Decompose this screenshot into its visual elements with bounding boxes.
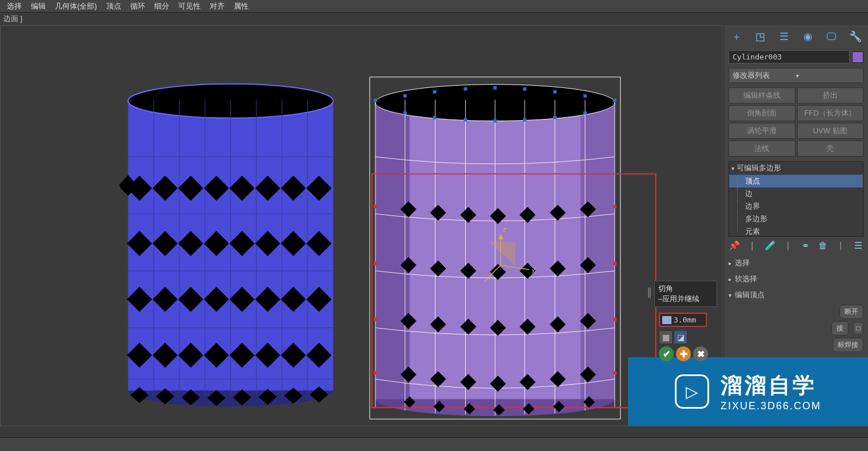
subobj-element[interactable]: 元素 bbox=[729, 225, 863, 238]
svg-rect-42 bbox=[403, 111, 407, 115]
svg-rect-51 bbox=[374, 318, 377, 321]
link-icon[interactable]: ⚭ bbox=[800, 240, 811, 251]
mod-btn-uvw[interactable]: UVW 贴图 bbox=[797, 123, 864, 139]
create-tab-icon[interactable]: ＋ bbox=[730, 30, 743, 43]
mod-btn-extrude[interactable]: 挤出 bbox=[797, 87, 864, 103]
menu-edit[interactable]: 编辑 bbox=[26, 0, 50, 13]
hierarchy-tab-icon[interactable]: ☰ bbox=[777, 30, 791, 43]
svg-rect-54 bbox=[613, 262, 617, 265]
modify-tab-icon[interactable]: ◳ bbox=[754, 30, 767, 43]
display-tab-icon[interactable]: 🖵 bbox=[825, 30, 838, 43]
watermark-url: ZIXUE.3D66.COM bbox=[721, 400, 821, 412]
test-tube-icon[interactable]: 🧪 bbox=[765, 240, 776, 251]
menu-select[interactable]: 选择 bbox=[2, 0, 26, 13]
menu-properties[interactable]: 属性 bbox=[229, 0, 253, 13]
chamfer-amount-input[interactable]: 3.0mm bbox=[659, 313, 707, 327]
svg-rect-44 bbox=[464, 118, 467, 122]
svg-rect-20 bbox=[581, 100, 615, 408]
chamfer-caddy[interactable]: ‖ 切角 –应用并继续 3.0mm ▦ ◪ ✔ ✚ ✖ bbox=[654, 281, 717, 361]
svg-rect-33 bbox=[374, 99, 377, 102]
weld-settings-button[interactable]: □ bbox=[853, 322, 863, 334]
confirm-button[interactable]: ✔ bbox=[659, 346, 674, 361]
svg-rect-34 bbox=[403, 94, 407, 98]
menu-visibility[interactable]: 可见性 bbox=[174, 0, 205, 13]
object-name-input[interactable] bbox=[729, 50, 850, 63]
mod-btn-shell[interactable]: 壳 bbox=[797, 141, 864, 157]
svg-rect-56 bbox=[613, 371, 617, 374]
svg-rect-40 bbox=[583, 94, 587, 98]
subobj-border[interactable]: 边界 bbox=[729, 200, 863, 213]
rollout-edit-vertex[interactable]: ▾编辑顶点 bbox=[724, 288, 868, 302]
menu-align[interactable]: 对齐 bbox=[205, 0, 229, 13]
subobj-vertex[interactable]: 顶点 bbox=[729, 175, 863, 187]
svg-text:z: z bbox=[503, 226, 506, 234]
option-grid-icon[interactable]: ▦ bbox=[659, 330, 673, 344]
svg-rect-41 bbox=[613, 99, 617, 102]
mod-btn-bevelprofile[interactable]: 倒角剖面 bbox=[729, 105, 795, 121]
top-menubar: 选择 编辑 几何体(全部) 顶点 循环 细分 可见性 对齐 属性 bbox=[0, 0, 868, 13]
menu-loop[interactable]: 循环 bbox=[126, 0, 150, 13]
svg-rect-49 bbox=[374, 205, 377, 208]
stack-collapse-icon[interactable]: ▾ bbox=[731, 165, 734, 171]
svg-rect-50 bbox=[374, 262, 377, 265]
svg-rect-43 bbox=[433, 116, 437, 119]
break-button[interactable]: 断开 bbox=[839, 305, 863, 319]
subobj-polygon[interactable]: 多边形 bbox=[729, 213, 863, 225]
menu-geometry[interactable]: 几何体(全部) bbox=[50, 0, 102, 13]
rollout-selection[interactable]: ▸选择 bbox=[724, 256, 868, 270]
option-open-icon[interactable]: ◪ bbox=[674, 330, 687, 344]
modifier-list-label: 修改器列表 bbox=[733, 70, 796, 81]
trash-icon[interactable]: 🗑 bbox=[818, 241, 829, 251]
chevron-down-icon: ▾ bbox=[796, 73, 859, 79]
svg-rect-53 bbox=[613, 205, 617, 208]
target-weld-button[interactable]: 标焊接 bbox=[833, 338, 863, 352]
configure-icon[interactable]: ☰ bbox=[853, 240, 863, 251]
svg-rect-19 bbox=[375, 100, 410, 408]
cancel-button[interactable]: ✖ bbox=[693, 346, 708, 361]
svg-text:x: x bbox=[531, 267, 535, 275]
svg-rect-36 bbox=[464, 87, 467, 91]
timeline-ruler[interactable] bbox=[0, 437, 868, 451]
menu-vertex[interactable]: 顶点 bbox=[102, 0, 126, 13]
weld-button[interactable]: 接 bbox=[831, 321, 849, 336]
subobj-edge[interactable]: 边 bbox=[729, 187, 863, 200]
svg-rect-47 bbox=[553, 116, 557, 119]
rollout-softselection[interactable]: ▸软选择 bbox=[724, 272, 868, 286]
chamfer-value: 3.0mm bbox=[674, 316, 696, 324]
pin-icon[interactable]: 📌 bbox=[729, 240, 740, 251]
chamfer-icon bbox=[662, 316, 671, 324]
svg-rect-55 bbox=[613, 318, 617, 321]
modifier-stack[interactable]: ▾ 可编辑多边形 顶点 边 边界 多边形 元素 bbox=[729, 161, 863, 237]
svg-rect-46 bbox=[523, 118, 526, 122]
svg-rect-37 bbox=[493, 86, 497, 90]
watermark: ▷ 溜溜自学 ZIXUE.3D66.COM bbox=[628, 357, 868, 426]
svg-rect-45 bbox=[493, 119, 497, 123]
viewport-context-label: 边面 ] bbox=[0, 13, 868, 25]
motion-tab-icon[interactable]: ◉ bbox=[801, 30, 815, 43]
mod-btn-editspline[interactable]: 编辑样条线 bbox=[729, 87, 795, 103]
apply-continue-button[interactable]: ✚ bbox=[676, 346, 691, 361]
watermark-title: 溜溜自学 bbox=[721, 371, 821, 400]
utilities-tab-icon[interactable]: 🔧 bbox=[849, 30, 862, 43]
svg-rect-52 bbox=[374, 371, 377, 374]
caddy-subtitle: –应用并继续 bbox=[658, 294, 713, 304]
mod-btn-normal[interactable]: 法线 bbox=[729, 141, 795, 157]
svg-rect-39 bbox=[553, 90, 557, 94]
menu-subdivide[interactable]: 细分 bbox=[150, 0, 174, 13]
object-color-swatch[interactable] bbox=[852, 51, 863, 63]
stack-head-label: 可编辑多边形 bbox=[737, 163, 781, 173]
mod-btn-ffd[interactable]: FFD（长方体） bbox=[797, 105, 864, 121]
caddy-title: 切角 bbox=[658, 284, 713, 294]
svg-rect-48 bbox=[583, 111, 587, 115]
modifier-list-dropdown[interactable]: 修改器列表 ▾ bbox=[729, 68, 863, 83]
time-slider[interactable] bbox=[0, 426, 868, 437]
play-icon: ▷ bbox=[675, 374, 709, 409]
mod-btn-turbosmooth[interactable]: 涡轮平滑 bbox=[729, 123, 795, 139]
svg-rect-38 bbox=[523, 87, 526, 91]
svg-rect-35 bbox=[433, 90, 437, 94]
viewport[interactable]: z x ‖ 切角 –应用并继续 3.0mm ▦ ◪ ✔ ✚ bbox=[0, 25, 723, 437]
